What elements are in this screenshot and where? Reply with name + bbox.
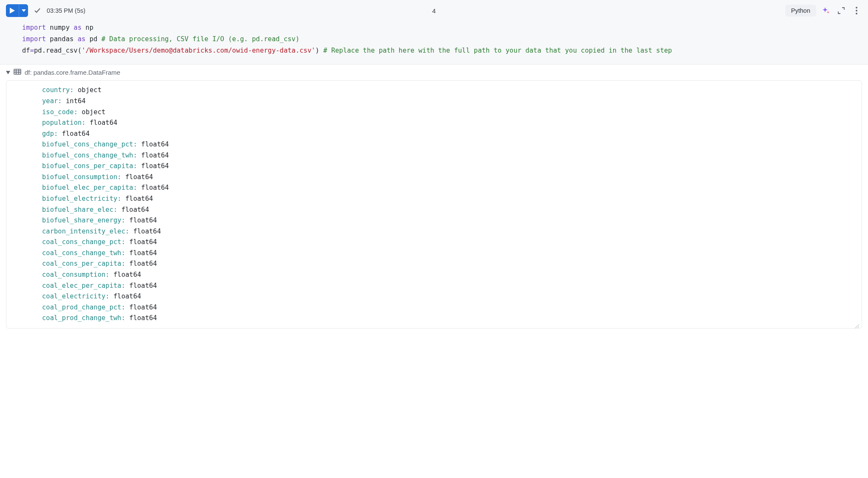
- schema-column-name: carbon_intensity_elec:: [42, 228, 129, 235]
- schema-column-name: year:: [42, 97, 62, 105]
- schema-column-type: float64: [110, 292, 141, 300]
- schema-column-name: biofuel_share_elec:: [42, 206, 117, 214]
- code-token: numpy: [46, 24, 73, 31]
- schema-row: coal_prod_change_twh: float64: [42, 313, 856, 324]
- schema-column-type: float64: [137, 184, 169, 191]
- schema-row: country: object: [42, 85, 856, 96]
- schema-column-type: float64: [121, 173, 153, 181]
- schema-row: coal_electricity: float64: [42, 291, 856, 302]
- code-token: pandas: [46, 35, 78, 43]
- schema-column-name: coal_prod_change_pct:: [42, 304, 125, 311]
- language-selector[interactable]: Python: [785, 5, 816, 17]
- schema-row: coal_prod_change_pct: float64: [42, 302, 856, 313]
- schema-column-name: biofuel_cons_per_capita:: [42, 162, 137, 170]
- code-editor[interactable]: import numpy as np import pandas as pd #…: [0, 20, 868, 64]
- schema-column-name: biofuel_elec_per_capita:: [42, 184, 137, 191]
- schema-column-name: coal_elec_per_capita:: [42, 282, 125, 290]
- schema-row: population: float64: [42, 118, 856, 129]
- output-header: df: pandas.core.frame.DataFrame: [0, 65, 868, 80]
- schema-column-name: population:: [42, 119, 86, 127]
- code-string: '/Workspace/Users/demo@databricks.com/ow…: [82, 47, 316, 54]
- code-token: pd.read_csv(: [34, 47, 82, 54]
- schema-row: coal_consumption: float64: [42, 270, 856, 281]
- cell-toolbar: 03:35 PM (5s) 4 Python: [0, 0, 868, 20]
- svg-point-3: [856, 10, 857, 11]
- schema-column-type: float64: [125, 304, 157, 311]
- schema-column-type: float64: [137, 141, 169, 148]
- execution-count: 4: [432, 7, 436, 14]
- schema-row: biofuel_cons_per_capita: float64: [42, 161, 856, 172]
- schema-column-type: float64: [125, 238, 157, 246]
- code-token: as: [73, 24, 82, 31]
- schema-column-type: float64: [110, 271, 141, 278]
- code-token: ): [316, 47, 324, 54]
- schema-row: coal_cons_per_capita: float64: [42, 259, 856, 270]
- schema-row: biofuel_share_elec: float64: [42, 205, 856, 216]
- schema-column-name: biofuel_consumption:: [42, 173, 121, 181]
- notebook-cell: 03:35 PM (5s) 4 Python: [0, 0, 868, 65]
- run-button[interactable]: [6, 4, 19, 17]
- run-button-group: [6, 4, 28, 17]
- sparkle-icon: [822, 6, 830, 15]
- schema-row: biofuel_consumption: float64: [42, 172, 856, 183]
- schema-column-name: coal_electricity:: [42, 292, 110, 300]
- schema-column-type: object: [78, 108, 105, 116]
- schema-column-type: float64: [125, 314, 157, 322]
- svg-marker-1: [22, 9, 26, 12]
- execution-timestamp: 03:35 PM (5s): [47, 7, 85, 14]
- schema-row: coal_elec_per_capita: float64: [42, 281, 856, 292]
- chevron-down-icon: [22, 9, 26, 12]
- schema-column-name: coal_prod_change_twh:: [42, 314, 125, 322]
- schema-row: iso_code: object: [42, 107, 856, 118]
- ai-assistant-button[interactable]: [820, 5, 831, 16]
- schema-column-type: object: [74, 86, 101, 94]
- output-variable-label: df: pandas.core.frame.DataFrame: [25, 69, 120, 76]
- expand-button[interactable]: [836, 5, 847, 16]
- code-token: import: [22, 24, 46, 31]
- schema-column-type: float64: [137, 152, 169, 159]
- schema-column-type: float64: [137, 162, 169, 170]
- schema-column-name: biofuel_cons_change_twh:: [42, 152, 137, 159]
- schema-column-name: coal_cons_change_twh:: [42, 249, 125, 257]
- schema-column-type: float64: [121, 195, 153, 202]
- expand-icon: [837, 7, 845, 14]
- schema-column-name: country:: [42, 86, 74, 94]
- schema-row: gdp: float64: [42, 129, 856, 140]
- schema-column-name: coal_cons_per_capita:: [42, 260, 125, 267]
- resize-handle[interactable]: [854, 321, 860, 327]
- schema-column-name: biofuel_electricity:: [42, 195, 121, 202]
- svg-line-11: [855, 324, 859, 329]
- schema-column-type: float64: [86, 119, 118, 127]
- more-menu-button[interactable]: [851, 5, 862, 16]
- schema-column-type: float64: [125, 282, 157, 290]
- svg-marker-0: [10, 8, 15, 14]
- code-comment: # Replace the path here with the full pa…: [323, 47, 672, 54]
- output-schema-panel[interactable]: country: objectyear: int64iso_code: obje…: [6, 80, 862, 328]
- schema-row: year: int64: [42, 96, 856, 107]
- collapse-toggle[interactable]: [6, 71, 10, 74]
- run-dropdown-button[interactable]: [19, 4, 28, 17]
- schema-row: biofuel_cons_change_pct: float64: [42, 139, 856, 150]
- schema-column-type: float64: [125, 249, 157, 257]
- dataframe-icon: [14, 69, 21, 76]
- svg-marker-5: [6, 71, 10, 74]
- schema-row: biofuel_share_energy: float64: [42, 215, 856, 226]
- schema-row: carbon_intensity_elec: float64: [42, 226, 856, 237]
- schema-row: coal_cons_change_twh: float64: [42, 248, 856, 259]
- code-token: pd: [85, 35, 101, 43]
- cell-output: df: pandas.core.frame.DataFrame country:…: [0, 65, 868, 328]
- svg-rect-6: [14, 69, 21, 74]
- schema-row: biofuel_elec_per_capita: float64: [42, 183, 856, 194]
- svg-line-12: [857, 326, 859, 329]
- schema-column-name: iso_code:: [42, 108, 78, 116]
- svg-point-4: [856, 13, 857, 14]
- kebab-icon: [856, 7, 857, 14]
- code-comment: # Data processing, CSV file I/O (e.g. pd…: [101, 35, 300, 43]
- schema-column-type: int64: [62, 97, 86, 105]
- code-token: import: [22, 35, 46, 43]
- schema-row: biofuel_electricity: float64: [42, 194, 856, 205]
- schema-column-name: biofuel_share_energy:: [42, 217, 125, 224]
- code-token: as: [78, 35, 86, 43]
- schema-column-type: float64: [125, 217, 157, 224]
- caret-down-icon: [6, 71, 10, 74]
